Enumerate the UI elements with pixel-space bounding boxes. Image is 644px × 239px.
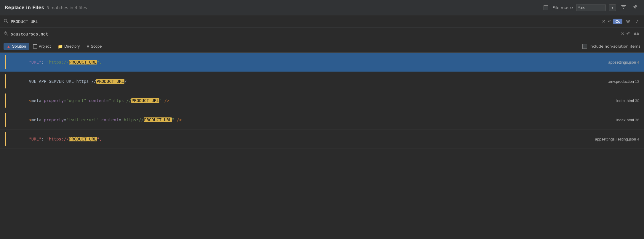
replace-value: saascourses.net	[11, 32, 618, 36]
solution-icon: ▲	[7, 44, 11, 49]
file-mask-input[interactable]	[576, 4, 606, 11]
table-row[interactable]: "URL": "https://PRODUCT_URL", appsetting…	[0, 53, 644, 72]
replace-refresh-button[interactable]: ↶	[626, 31, 630, 37]
results-list: "URL": "https://PRODUCT_URL", appsetting…	[0, 53, 644, 149]
result-file: index.html 30	[616, 98, 639, 103]
header-controls: File mask: ▼	[544, 3, 639, 12]
find-value: PRODUCT_URL	[11, 19, 600, 24]
code-key: "URL"	[29, 60, 41, 64]
match-count: 5 matches in 4 files	[47, 5, 87, 10]
whole-word-button[interactable]: W	[624, 19, 632, 24]
find-clear-button[interactable]: ✕	[602, 19, 606, 24]
scope-scope-button[interactable]: ≡ Scope	[84, 43, 105, 50]
panel-title: Replace in Files	[5, 5, 44, 10]
scope-project-label: Project	[39, 44, 51, 49]
replace-actions: ✕ ↶ AA	[621, 31, 640, 37]
code-highlight: PRODUCT_URL	[144, 117, 172, 122]
scope-scope-label: Scope	[91, 44, 102, 49]
search-icon	[4, 19, 8, 23]
svg-line-3	[7, 34, 8, 35]
scope-icon: ≡	[87, 44, 89, 49]
replace-row: saascourses.net ✕ ↶ AA	[0, 28, 644, 40]
file-mask-label: File mask:	[552, 5, 573, 10]
file-mask-checkbox[interactable]	[544, 5, 548, 10]
result-gutter	[5, 113, 6, 127]
result-code: "URL": "https://PRODUCT_URL",	[9, 55, 602, 69]
project-icon	[33, 44, 37, 49]
non-solution-label: Include non-solution items	[589, 44, 640, 49]
filter-button[interactable]	[619, 3, 628, 12]
replace-icon	[4, 31, 8, 37]
non-solution-checkbox[interactable]	[582, 44, 587, 49]
file-mask-dropdown[interactable]: ▼	[609, 4, 616, 11]
table-row[interactable]: <meta property="twitter:url" content="ht…	[0, 110, 644, 130]
filter-icon	[621, 4, 626, 9]
replace-search-icon	[4, 31, 8, 36]
scope-toolbar: ▲ Solution Project 📁 Directory ≡ Scope I…	[0, 40, 644, 53]
non-solution-area: Include non-solution items	[582, 44, 640, 49]
result-code: <meta property="og:url" content="https:/…	[9, 93, 611, 108]
scope-solution-label: Solution	[12, 44, 26, 49]
code-highlight: PRODUCT_URL	[69, 60, 97, 64]
scope-directory-label: Directory	[64, 44, 80, 49]
result-gutter	[5, 74, 6, 88]
replace-clear-button[interactable]: ✕	[621, 31, 624, 37]
result-code: VUE_APP_SERVER_URL=https://PRODUCT_URL/	[9, 74, 602, 88]
find-icon	[4, 19, 8, 25]
result-file: .env.production 13	[608, 79, 639, 84]
result-gutter	[5, 93, 6, 108]
code-highlight: PRODUCT_URL	[96, 79, 124, 84]
table-row[interactable]: <meta property="og:url" content="https:/…	[0, 91, 644, 110]
find-refresh-button[interactable]: ↶	[608, 19, 611, 24]
pin-icon	[633, 4, 637, 9]
case-sensitive-button[interactable]: Cc	[613, 19, 622, 24]
result-file: appsettings.Testing.json 4	[595, 137, 639, 141]
result-gutter	[5, 55, 6, 69]
code-highlight: PRODUCT_URL	[131, 98, 159, 103]
scope-project-button[interactable]: Project	[30, 43, 54, 50]
result-file: index.html 36	[616, 118, 639, 122]
code-highlight: PRODUCT_URL	[69, 137, 97, 141]
panel-header: Replace in Files 5 matches in 4 files Fi…	[0, 0, 644, 15]
font-size-button[interactable]: AA	[632, 31, 640, 37]
pin-button[interactable]	[631, 3, 639, 12]
result-code: "URL": "https://PRODUCT_URL",	[9, 132, 589, 146]
scope-directory-button[interactable]: 📁 Directory	[55, 43, 83, 50]
result-file: appsettings.json 4	[608, 60, 639, 64]
find-row: PRODUCT_URL ✕ ↶ Cc W .*	[0, 15, 644, 28]
find-actions: ✕ ↶ Cc W .*	[602, 19, 640, 24]
svg-line-1	[7, 22, 8, 23]
directory-icon: 📁	[58, 44, 63, 49]
regex-button[interactable]: .*	[634, 19, 640, 24]
table-row[interactable]: VUE_APP_SERVER_URL=https://PRODUCT_URL/ …	[0, 72, 644, 91]
replace-in-files-panel: Replace in Files 5 matches in 4 files Fi…	[0, 0, 644, 149]
result-code: <meta property="twitter:url" content="ht…	[9, 113, 611, 127]
scope-solution-button[interactable]: ▲ Solution	[4, 43, 29, 50]
result-gutter	[5, 132, 6, 146]
table-row[interactable]: "URL": "https://PRODUCT_URL", appsetting…	[0, 130, 644, 149]
